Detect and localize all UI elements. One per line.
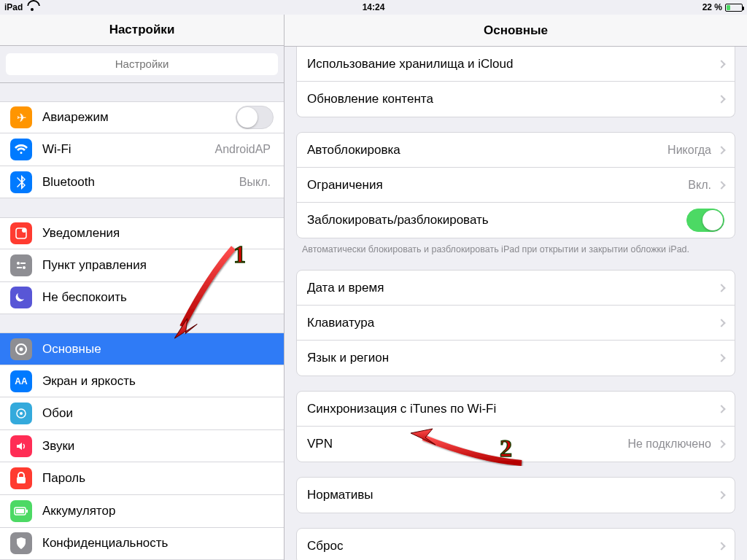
chevron-right-icon (717, 319, 725, 327)
airplane-toggle[interactable] (236, 106, 274, 129)
settings-sidebar: Настройки ✈ Авиарежим Wi-Fi AndroidAP Bl… (0, 15, 285, 560)
chevron-right-icon (717, 440, 725, 448)
chevron-right-icon (717, 181, 725, 189)
sidebar-item-label: Аккумулятор (42, 504, 274, 518)
sidebar-item-bluetooth[interactable]: Bluetooth Выкл. (0, 166, 284, 199)
sidebar-item-display[interactable]: AA Экран и яркость (0, 365, 284, 398)
wifi-settings-icon (10, 139, 32, 160)
sidebar-item-label: Экран и яркость (42, 374, 274, 389)
sidebar-item-general[interactable]: Основные (0, 332, 284, 365)
row-itunes-wifi-sync[interactable]: Синхронизация с iTunes по Wi-Fi (297, 392, 735, 427)
chevron-right-icon (717, 405, 725, 413)
sidebar-item-airplane[interactable]: ✈ Авиарежим (0, 101, 284, 134)
svg-rect-12 (26, 510, 28, 513)
sidebar-item-notifications[interactable]: Уведомления (0, 217, 284, 250)
sidebar-item-battery[interactable]: Аккумулятор (0, 495, 284, 528)
sidebar-item-label: Wi-Fi (42, 142, 215, 157)
status-bar: iPad 14:24 22 % (0, 0, 747, 15)
chevron-right-icon (717, 146, 725, 154)
sidebar-item-label: Звуки (42, 439, 274, 454)
sidebar-item-privacy[interactable]: Конфиденциальность (0, 528, 284, 560)
row-background-refresh[interactable]: Обновление контента (297, 82, 735, 117)
sidebar-item-label: Конфиденциальность (42, 536, 274, 551)
sidebar-item-label: Bluetooth (42, 175, 239, 190)
footer-note: Автоматически блокировать и разблокирова… (285, 238, 747, 255)
lock-unlock-toggle[interactable] (686, 209, 724, 232)
sidebar-item-passcode[interactable]: Пароль (0, 462, 284, 495)
sounds-icon (10, 435, 32, 457)
sidebar-item-label: Основные (42, 342, 274, 357)
wifi-value: AndroidAP (215, 143, 274, 156)
privacy-icon (10, 532, 32, 554)
status-time: 14:24 (0, 2, 747, 12)
row-reset[interactable]: Сброс (297, 529, 735, 560)
sidebar-item-control-center[interactable]: Пункт управления (0, 249, 284, 282)
sidebar-item-label: Уведомления (42, 226, 274, 241)
chevron-right-icon (717, 354, 725, 362)
svg-rect-5 (17, 267, 22, 268)
sidebar-item-label: Обои (42, 406, 274, 421)
chevron-right-icon (717, 542, 725, 551)
battery-icon (725, 4, 743, 12)
passcode-icon (10, 467, 32, 489)
svg-point-1 (22, 228, 26, 233)
svg-point-9 (20, 412, 23, 415)
detail-pane: Основные Использование хранилища и iClou… (285, 15, 747, 560)
bluetooth-icon (10, 171, 32, 193)
notifications-icon (10, 222, 32, 244)
sidebar-item-wallpaper[interactable]: Обои (0, 397, 284, 430)
svg-point-2 (17, 262, 20, 265)
row-restrictions[interactable]: Ограничения Вкл. (297, 168, 735, 203)
wallpaper-icon (10, 402, 32, 424)
svg-rect-13 (16, 509, 24, 513)
detail-title: Основные (285, 15, 747, 47)
row-keyboard[interactable]: Клавиатура (297, 306, 735, 341)
gear-icon (10, 338, 32, 360)
row-date-time[interactable]: Дата и время (297, 271, 735, 306)
dnd-icon (10, 287, 32, 308)
sidebar-item-label: Авиарежим (42, 110, 236, 125)
row-lock-unlock[interactable]: Заблокировать/разблокировать (297, 203, 735, 238)
battery-settings-icon (10, 500, 32, 522)
svg-rect-3 (20, 262, 26, 264)
control-center-icon (10, 254, 32, 276)
svg-rect-10 (17, 477, 26, 483)
sidebar-item-label: Пункт управления (42, 258, 274, 273)
chevron-right-icon (717, 95, 725, 103)
svg-point-4 (23, 266, 26, 269)
row-autolock[interactable]: Автоблокировка Никогда (297, 133, 735, 168)
chevron-right-icon (717, 284, 725, 292)
device-label: iPad (4, 2, 23, 12)
row-language-region[interactable]: Язык и регион (297, 341, 735, 376)
sidebar-item-wifi[interactable]: Wi-Fi AndroidAP (0, 133, 284, 166)
row-vpn[interactable]: VPN Не подключено (297, 427, 735, 462)
sidebar-item-sounds[interactable]: Звуки (0, 430, 284, 463)
wifi-icon (27, 4, 37, 11)
display-icon: AA (10, 370, 32, 392)
search-input[interactable] (6, 53, 278, 75)
chevron-right-icon (717, 60, 725, 68)
sidebar-item-label: Не беспокоить (42, 290, 274, 305)
battery-percent: 22 % (703, 2, 722, 12)
bluetooth-value: Выкл. (239, 176, 274, 189)
row-regulatory[interactable]: Нормативы (297, 478, 735, 513)
sidebar-title: Настройки (0, 15, 284, 46)
row-storage[interactable]: Использование хранилища и iCloud (297, 47, 735, 82)
svg-point-7 (20, 347, 23, 351)
sidebar-item-label: Пароль (42, 471, 274, 486)
airplane-icon: ✈ (10, 106, 32, 128)
sidebar-item-dnd[interactable]: Не беспокоить (0, 282, 284, 315)
chevron-right-icon (717, 491, 725, 499)
